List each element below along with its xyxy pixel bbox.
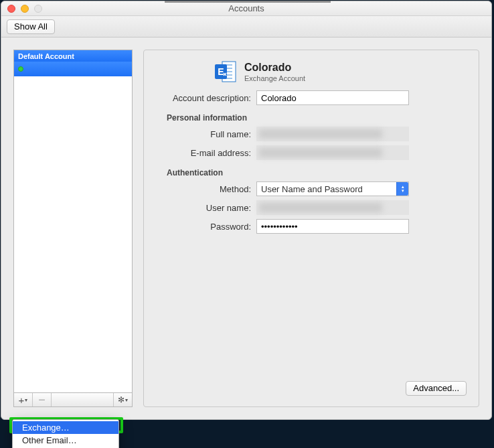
- window-title: Accounts: [1, 3, 491, 13]
- show-all-button[interactable]: Show All: [7, 19, 55, 34]
- add-account-menu: Exchange… Other Email… Directory Service…: [12, 419, 119, 448]
- label-user: User name:: [156, 203, 256, 213]
- menu-item-other-email[interactable]: Other Email…: [13, 434, 118, 447]
- exchange-icon: E: [214, 60, 238, 84]
- menu-item-exchange[interactable]: Exchange…: [13, 421, 118, 434]
- account-actions-button[interactable]: ✻▾: [113, 393, 132, 406]
- active-tab-indicator: [165, 1, 331, 3]
- label-full-name: Full name:: [156, 129, 256, 139]
- account-list[interactable]: Default Account: [13, 50, 133, 392]
- account-header: E Colorado Exchange Account: [214, 60, 467, 84]
- select-stepper-icon: [396, 182, 408, 196]
- body: Default Account +▾ − ✻▾ Exchange… Other …: [1, 38, 491, 419]
- section-auth: Authentication: [167, 168, 467, 177]
- auth-method-value: User Name and Password: [261, 184, 363, 194]
- status-online-icon: [18, 66, 23, 72]
- label-method: Method:: [156, 184, 256, 194]
- account-list-header: Default Account: [14, 50, 132, 62]
- toolbar: Show All: [1, 16, 491, 38]
- plus-icon: +: [19, 394, 25, 406]
- password-field[interactable]: [256, 219, 409, 234]
- advanced-button[interactable]: Advanced...: [406, 381, 467, 396]
- description-field[interactable]: [256, 90, 409, 105]
- full-name-field[interactable]: [256, 127, 409, 141]
- minimize-window-icon[interactable]: [21, 5, 29, 13]
- label-email: E-mail address:: [156, 148, 256, 158]
- account-list-item[interactable]: [14, 62, 132, 76]
- email-field[interactable]: [256, 145, 409, 160]
- accounts-window: Accounts Show All Default Account +▾ − ✻…: [1, 1, 492, 420]
- zoom-window-icon[interactable]: [34, 5, 42, 13]
- account-type: Exchange Account: [244, 74, 305, 82]
- traffic-lights: [7, 5, 42, 13]
- remove-account-button[interactable]: −: [33, 393, 52, 406]
- label-description: Account description:: [156, 93, 256, 103]
- account-sidebar: Default Account +▾ − ✻▾ Exchange… Other …: [13, 50, 133, 407]
- add-account-button[interactable]: +▾: [14, 393, 33, 406]
- gear-icon: ✻: [118, 395, 125, 404]
- account-detail-panel: E Colorado Exchange Account Account desc…: [143, 50, 479, 407]
- close-window-icon[interactable]: [7, 5, 15, 13]
- chevron-down-icon: ▾: [125, 397, 128, 403]
- sidebar-footer: +▾ − ✻▾: [13, 392, 133, 407]
- svg-text:E: E: [218, 66, 224, 77]
- label-password: Password:: [156, 222, 256, 232]
- chevron-down-icon: ▾: [25, 397, 27, 403]
- account-name: Colorado: [244, 62, 305, 74]
- titlebar: Accounts: [1, 1, 491, 16]
- username-field[interactable]: [256, 200, 409, 215]
- auth-method-select[interactable]: User Name and Password: [256, 181, 409, 196]
- section-personal: Personal information: [167, 113, 467, 123]
